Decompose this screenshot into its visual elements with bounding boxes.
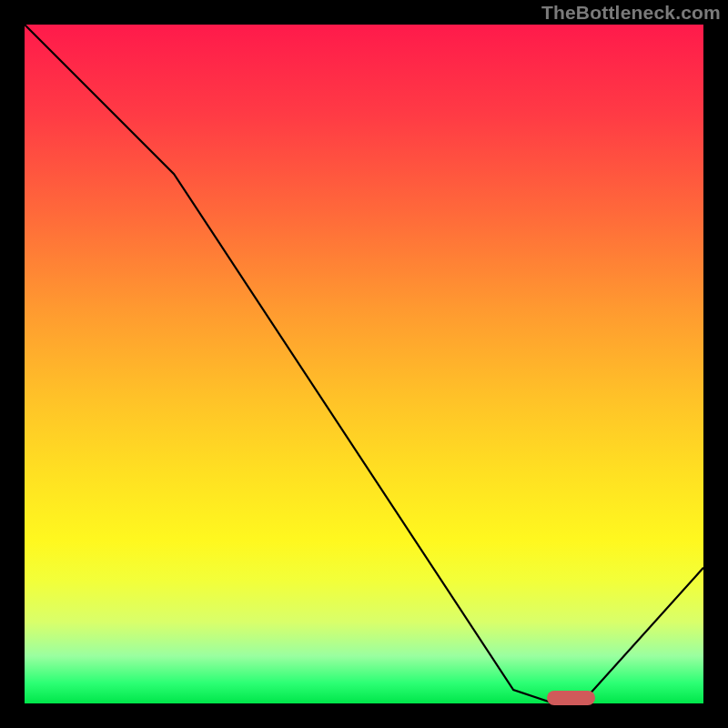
optimal-range-marker — [547, 691, 594, 705]
bottleneck-chart: TheBottleneck.com — [0, 0, 728, 728]
watermark-text: TheBottleneck.com — [541, 2, 721, 24]
plot-area — [25, 25, 703, 703]
bottleneck-curve — [25, 25, 703, 703]
